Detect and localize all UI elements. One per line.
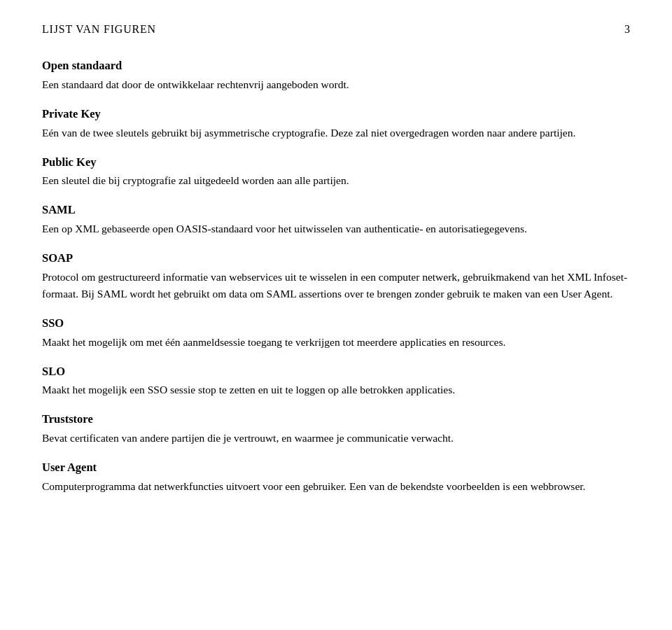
glossary-definition: Computerprogramma dat netwerkfuncties ui… xyxy=(42,480,585,492)
glossary-definition: Eén van de twee sleutels gebruikt bij as… xyxy=(42,127,575,139)
glossary-item: Public KeyEen sleutel die bij cryptograf… xyxy=(42,154,630,190)
glossary-item: SLOMaakt het mogelijk een SSO sessie sto… xyxy=(42,363,630,399)
glossary-term: SAML xyxy=(42,202,630,219)
glossary-item: TruststoreBevat certificaten van andere … xyxy=(42,411,630,447)
page-header: LIJST VAN FIGUREN 3 xyxy=(42,21,630,38)
glossary-list: Open standaardEen standaard dat door de … xyxy=(42,57,630,495)
glossary-definition: Bevat certificaten van andere partijen d… xyxy=(42,432,454,444)
glossary-term: Private Key xyxy=(42,106,630,123)
glossary-definition: Een standaard dat door de ontwikkelaar r… xyxy=(42,78,349,90)
glossary-definition: Protocol om gestructureerd informatie va… xyxy=(42,271,627,300)
glossary-item: SAMLEen op XML gebaseerde open OASIS-sta… xyxy=(42,202,630,237)
glossary-definition: Een op XML gebaseerde open OASIS-standaa… xyxy=(42,223,527,234)
header-page-number: 3 xyxy=(624,21,630,38)
glossary-term: SSO xyxy=(42,315,630,332)
glossary-term: Open standaard xyxy=(42,57,630,75)
glossary-item: Private KeyEén van de twee sleutels gebr… xyxy=(42,106,630,141)
glossary-item: Open standaardEen standaard dat door de … xyxy=(42,57,630,93)
glossary-item: SOAPProtocol om gestructureerd informati… xyxy=(42,250,630,302)
glossary-definition: Maakt het mogelijk een SSO sessie stop t… xyxy=(42,384,455,396)
glossary-term: Public Key xyxy=(42,154,630,172)
glossary-definition: Maakt het mogelijk om met één aanmeldses… xyxy=(42,336,505,348)
glossary-definition: Een sleutel die bij cryptografie zal uit… xyxy=(42,174,349,186)
glossary-term: SLO xyxy=(42,363,630,381)
glossary-term: Truststore xyxy=(42,411,630,428)
glossary-item: User AgentComputerprogramma dat netwerkf… xyxy=(42,459,630,495)
glossary-term: SOAP xyxy=(42,250,630,267)
glossary-term: User Agent xyxy=(42,459,630,477)
glossary-item: SSOMaakt het mogelijk om met één aanmeld… xyxy=(42,315,630,351)
header-title: LIJST VAN FIGUREN xyxy=(42,21,156,38)
page: LIJST VAN FIGUREN 3 Open standaardEen st… xyxy=(0,0,672,630)
